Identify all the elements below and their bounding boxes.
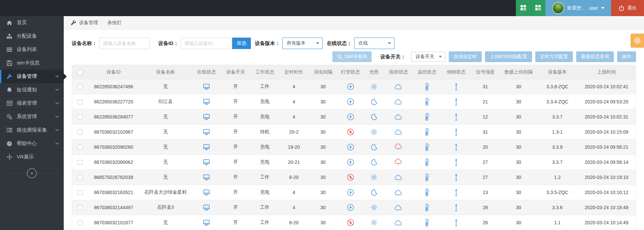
auto-clean-timer-button[interactable]: 自清虫定时 [449, 51, 482, 62]
tilt-status-cell [441, 170, 471, 185]
upload-interval-cell: 30 [500, 140, 537, 155]
logout-button[interactable]: 退出 [611, 0, 644, 16]
clean-interval-cell: 30 [309, 170, 338, 185]
device-switch-select[interactable]: 设备开关 [411, 52, 445, 62]
sim-query-button[interactable]: SIM卡查询 [332, 51, 372, 62]
latest-status-query-button[interactable]: 最新状态查询 [576, 51, 614, 62]
column-header: 定时时长 [279, 65, 309, 79]
clean-interval-cell: 30 [309, 109, 338, 125]
sidebar-item-help-center[interactable]: ? 帮助中心 [0, 137, 64, 150]
sidebar-item-report-manage[interactable]: 报表管理 [0, 97, 64, 110]
online-monitor-icon [203, 174, 210, 180]
sidebar-item-sim-card-info[interactable]: sim卡信息 [0, 56, 64, 70]
rain-status-cell [385, 125, 413, 140]
sidebar-item-device-list[interactable]: 设备列表 [0, 43, 64, 56]
online-status-select[interactable]: 在线 [354, 38, 394, 49]
sidebar-item-assign-device[interactable]: 分配设备 [0, 30, 64, 43]
sidebar-item-vr-display[interactable]: VR展示 [0, 150, 64, 164]
row-checkbox[interactable] [77, 205, 83, 210]
cloud-icon [394, 174, 402, 180]
avatar [552, 2, 564, 14]
help-icon: ? [6, 141, 13, 146]
sidebar-item-sms-notify[interactable]: 短信通知 [0, 83, 64, 97]
table-body: 862285036247496 无 开 工作 4 30 31 30 3.3.8-… [72, 79, 636, 230]
timer-mode-config-button[interactable]: 定时方式配置 [535, 51, 573, 62]
user-menu[interactable]: 欢迎您， user [545, 0, 611, 16]
light-status-cell [363, 215, 385, 230]
sidebar-item-pest-report-collect[interactable]: 病虫测报采集 [0, 124, 64, 137]
collapse-sidebar-button[interactable]: « [27, 168, 37, 178]
filter-button[interactable]: 筛选 [232, 38, 251, 49]
rain-cloud-icon [394, 158, 402, 166]
chevron-down-icon [55, 75, 59, 78]
rain-status-cell [385, 79, 413, 94]
sidebar-item-system-manage[interactable]: 系统管理 [0, 110, 64, 124]
lamp-off-icon [347, 219, 354, 226]
report-time-cell: 2020-03-24 10:18:49 [578, 200, 636, 215]
device-name-cell: 无 [139, 215, 192, 230]
device-table: 设备ID设备名称在线状态设备开关工作状态定时时长清虫间隔灯管状态光照雨控状态温控… [72, 65, 636, 230]
moon-icon [370, 98, 378, 105]
rain-status-cell [385, 170, 413, 185]
device-id-cell: 862285036227720 [88, 94, 139, 109]
timer-duration-cell: 20-2 [279, 125, 309, 140]
row-checkbox[interactable] [77, 130, 83, 135]
thermometer-icon [424, 113, 430, 121]
temp-status-cell [413, 94, 442, 109]
device-name-cell: 无 [139, 125, 192, 140]
search-icon [337, 54, 342, 59]
lamp-status-cell [337, 94, 363, 109]
operation-button[interactable]: 操作 [617, 51, 636, 62]
tilt-status-icon [454, 203, 459, 212]
device-id-input[interactable] [181, 38, 231, 49]
tilt-status-cell [441, 109, 471, 125]
tilt-status-cell [441, 140, 471, 155]
row-checkbox[interactable] [77, 190, 83, 195]
report-icon [6, 101, 13, 106]
table-row: 867038032101877 无 开 工作 8-20 30 26 30 1.1… [72, 215, 636, 230]
row-checkbox[interactable] [77, 220, 83, 225]
tilt-status-cell [441, 155, 471, 170]
light-status-cell [363, 79, 385, 94]
row-checkbox[interactable] [77, 175, 83, 180]
row-checkbox[interactable] [77, 160, 83, 165]
thermometer-icon [424, 219, 430, 227]
topbar: 欢迎您， user 退出 [0, 0, 644, 16]
signal-cell: 13 [471, 185, 500, 200]
device-id-cell: 867038032144497 [88, 200, 139, 215]
online-status-cell [192, 109, 221, 125]
settings-gear-button[interactable] [631, 34, 644, 48]
online-monitor-icon [203, 189, 210, 195]
sidebar-item-device-manage[interactable]: 设备管理 [0, 70, 64, 83]
device-name-cell: 无 [139, 140, 192, 155]
device-version-select[interactable]: 所有版本 [282, 38, 323, 49]
device-id-cell: 867038032090260 [88, 140, 139, 155]
device-name-input[interactable] [99, 38, 150, 49]
temp-status-cell [413, 200, 442, 215]
work-status-cell: 工作 [250, 200, 279, 215]
app-grid-button-2[interactable] [531, 0, 545, 16]
column-header: 设备版本 [537, 65, 578, 79]
column-header: 在线状态 [192, 65, 221, 79]
cogs-icon [6, 114, 13, 120]
online-monitor-icon [203, 220, 210, 226]
sidebar-item-home[interactable]: 首页 [0, 16, 64, 30]
upload-interval-cell: 30 [500, 109, 537, 125]
select-all-header [72, 65, 88, 79]
table-row: 862285036227720 印江县 开 充电 4 30 21 30 3.3.… [72, 94, 636, 109]
cloud-icon [394, 220, 402, 226]
row-checkbox[interactable] [77, 114, 83, 120]
row-checkbox[interactable] [77, 99, 83, 104]
device-name-cell: 无 [139, 155, 192, 170]
upload-interval-config-button[interactable]: 上传时间间隔配置 [485, 51, 532, 62]
row-checkbox[interactable] [77, 145, 83, 150]
breadcrumb-section[interactable]: 设备管理 [79, 20, 98, 26]
app-grid-button-1[interactable] [516, 0, 531, 16]
online-status-cell [192, 170, 221, 185]
device-name-cell: 无 [139, 79, 192, 94]
row-checkbox[interactable] [77, 84, 83, 89]
lamp-status-cell [337, 200, 363, 215]
select-all-checkbox[interactable] [77, 70, 83, 75]
tilt-status-icon [454, 188, 459, 196]
light-status-cell [363, 109, 385, 125]
